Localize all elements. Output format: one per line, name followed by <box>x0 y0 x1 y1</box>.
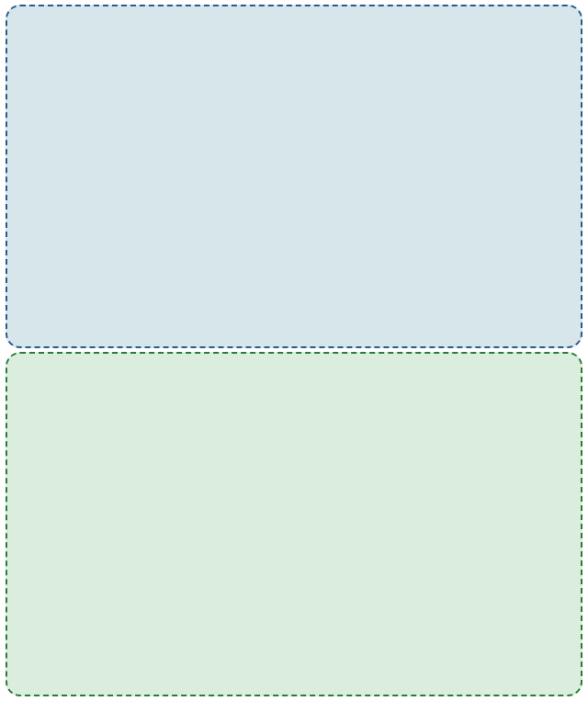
panel-real-valued <box>6 5 582 348</box>
panel-quaternion <box>6 352 582 696</box>
